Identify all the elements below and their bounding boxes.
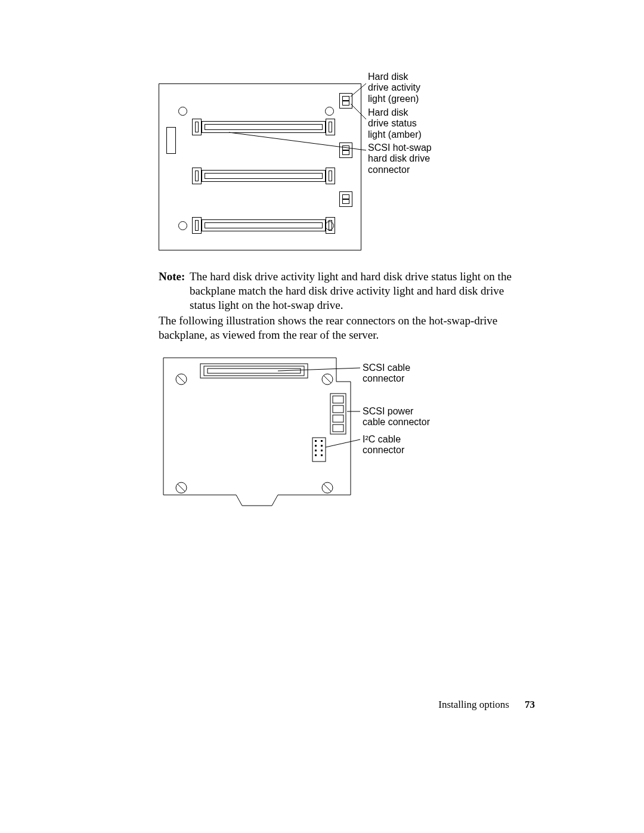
svg-rect-27 bbox=[321, 454, 323, 456]
svg-rect-4 bbox=[204, 366, 304, 376]
svg-line-13 bbox=[324, 484, 331, 491]
svg-rect-23 bbox=[321, 445, 323, 447]
led-pair-2 bbox=[339, 143, 352, 158]
svg-rect-18 bbox=[333, 425, 343, 432]
led-pair-1 bbox=[339, 93, 352, 109]
svg-rect-17 bbox=[333, 415, 343, 422]
svg-rect-15 bbox=[333, 396, 343, 403]
svg-rect-26 bbox=[315, 454, 317, 456]
note-label: Note: bbox=[159, 270, 190, 312]
footer-section: Installing options bbox=[438, 699, 509, 710]
svg-line-9 bbox=[324, 376, 331, 383]
svg-rect-16 bbox=[333, 405, 343, 413]
figure-backplane-rear bbox=[159, 346, 355, 513]
callout-status-light: Hard disk drive status light (amber) bbox=[368, 107, 422, 140]
footer-page-number: 73 bbox=[525, 699, 535, 710]
callout-i2c-cable: I²C cable connector bbox=[363, 434, 404, 456]
svg-rect-19 bbox=[312, 438, 326, 462]
paragraph: The following illustration shows the rea… bbox=[159, 314, 522, 342]
figure-backplane-front bbox=[159, 83, 361, 250]
svg-rect-24 bbox=[315, 450, 317, 451]
hdd-connector-3 bbox=[192, 217, 335, 234]
callout-scsi-cable: SCSI cable connector bbox=[363, 363, 410, 385]
callout-scsi-power: SCSI power cable connector bbox=[363, 406, 430, 428]
svg-line-7 bbox=[178, 376, 185, 383]
svg-line-11 bbox=[178, 484, 185, 491]
hdd-connector-2 bbox=[192, 168, 335, 184]
svg-rect-25 bbox=[321, 450, 323, 451]
page: Hard disk drive activity light (green) H… bbox=[0, 0, 644, 833]
svg-rect-22 bbox=[315, 445, 317, 447]
note-text: The hard disk drive activity light and h… bbox=[190, 270, 522, 312]
callout-activity-light: Hard disk drive activity light (green) bbox=[368, 72, 420, 104]
svg-rect-20 bbox=[315, 440, 317, 442]
hdd-connector-1 bbox=[192, 119, 335, 135]
svg-rect-21 bbox=[321, 440, 323, 442]
callout-scsi-connector: SCSI hot-swap hard disk drive connector bbox=[368, 143, 432, 175]
note-block: Note: The hard disk drive activity light… bbox=[159, 270, 522, 312]
page-footer: Installing options 73 bbox=[438, 699, 535, 711]
led-pair-3 bbox=[339, 191, 352, 207]
svg-rect-5 bbox=[208, 368, 301, 373]
